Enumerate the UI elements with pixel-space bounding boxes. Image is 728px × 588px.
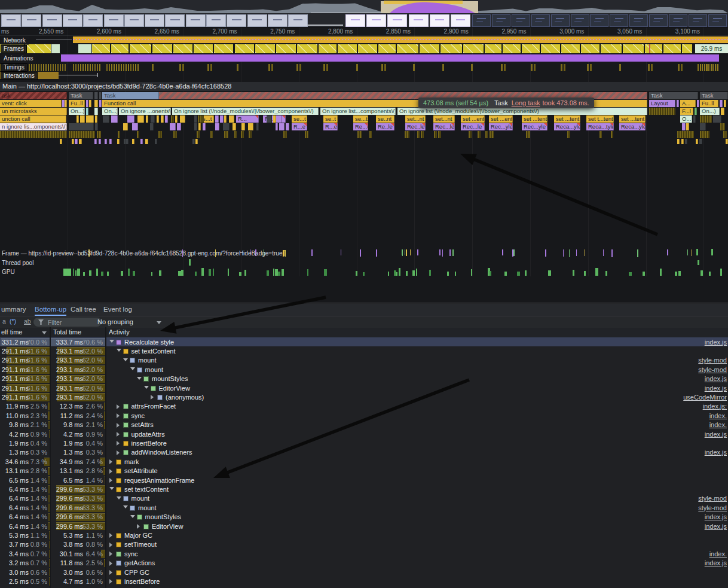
frame-strip-block[interactable] xyxy=(25,44,51,53)
flame-block[interactable] xyxy=(407,131,409,138)
table-row[interactable]: 1.3 ms0.3 %1.3 ms0.3 %addWindowListeners… xyxy=(0,448,728,457)
flame-block[interactable] xyxy=(94,92,98,99)
flame-block[interactable] xyxy=(724,100,726,107)
filmstrip-thumbnail[interactable] xyxy=(551,14,570,27)
flame-block[interactable] xyxy=(118,131,120,138)
chevron-right-icon[interactable] xyxy=(109,533,112,538)
source-link[interactable]: index.js xyxy=(705,559,727,566)
table-row[interactable]: 6.4 ms1.4 %299.6 ms63.3 %EditorViewindex… xyxy=(0,522,728,531)
flame-block-rec-yle[interactable]: Rec...yle xyxy=(522,123,547,130)
filter-input[interactable] xyxy=(47,318,87,327)
flame-block[interactable] xyxy=(700,131,709,138)
flame-block[interactable] xyxy=(111,115,118,123)
source-link[interactable]: index.js xyxy=(705,431,727,438)
flame-block[interactable] xyxy=(132,139,134,144)
flame-block[interactable] xyxy=(223,123,229,130)
flame-block[interactable] xyxy=(94,100,98,107)
flame-block[interactable] xyxy=(215,115,219,123)
flame-block[interactable] xyxy=(276,123,278,130)
chevron-right-icon[interactable] xyxy=(151,395,154,400)
gpu-label[interactable]: GPU xyxy=(2,269,15,275)
filmstrip-thumbnail[interactable] xyxy=(708,14,727,27)
chevron-down-icon[interactable] xyxy=(130,367,135,370)
filmstrip-thumbnail[interactable] xyxy=(63,14,82,27)
flame-block-task[interactable]: Task xyxy=(102,92,159,99)
flame-block[interactable] xyxy=(99,139,101,144)
flame-block[interactable] xyxy=(95,115,97,123)
flame-block[interactable] xyxy=(417,131,420,138)
flame-block-a-[interactable]: A... xyxy=(680,100,696,107)
flame-block-set-tent[interactable]: set ...tent xyxy=(619,115,646,123)
tooltip-long-task-link[interactable]: Long task xyxy=(512,99,540,106)
table-row[interactable]: 291.1 ms61.6 %293.1 ms62.0 %EditorViewin… xyxy=(0,383,728,392)
activity-name[interactable]: mount xyxy=(138,357,157,364)
flame-block[interactable] xyxy=(86,108,88,115)
table-row[interactable]: 34.6 ms7.3 %34.9 ms7.4 %mark xyxy=(0,457,728,466)
source-link[interactable]: style-mod xyxy=(698,504,727,511)
flame-block[interactable] xyxy=(165,115,167,123)
flame-block[interactable] xyxy=(127,115,134,123)
flame-block[interactable] xyxy=(721,108,724,115)
chevron-right-icon[interactable] xyxy=(109,469,112,474)
flame-block[interactable] xyxy=(170,123,176,130)
track-label-network[interactable]: Network xyxy=(1,36,29,45)
table-row[interactable]: 3.7 ms0.8 %3.8 ms0.8 %setTimeout xyxy=(0,540,728,549)
flame-block[interactable] xyxy=(248,123,253,130)
flame-block[interactable] xyxy=(649,108,675,115)
chevron-right-icon[interactable] xyxy=(117,404,120,409)
activity-name[interactable]: mountStyles xyxy=(145,513,182,520)
activity-name[interactable]: Recalculate style xyxy=(124,339,174,346)
activity-name[interactable]: addWindowListeners xyxy=(131,449,192,456)
flame-block-se-nt[interactable]: se..nt xyxy=(376,115,394,123)
frame-strip-block[interactable] xyxy=(503,44,521,53)
flame-block[interactable] xyxy=(79,139,82,144)
flame-block[interactable] xyxy=(60,139,62,144)
chevron-right-icon[interactable] xyxy=(117,432,120,437)
filmstrip-thumbnail[interactable] xyxy=(387,14,407,27)
filmstrip-thumbnail[interactable] xyxy=(206,14,226,27)
flame-block-se-t[interactable]: se..t xyxy=(323,115,338,123)
activity-name[interactable]: attrsFromFacet xyxy=(131,403,176,410)
flame-block[interactable] xyxy=(69,131,95,138)
flame-block[interactable] xyxy=(158,131,161,138)
flame-block[interactable] xyxy=(685,139,687,144)
flame-block-reca-yle[interactable]: Reca...yle xyxy=(619,123,646,130)
frame-strip-block[interactable] xyxy=(319,44,337,53)
flame-block-rec-le[interactable]: Rec..le xyxy=(405,123,426,130)
table-row[interactable]: 291.1 ms61.6 %293.1 ms62.0 %mountstyle-m… xyxy=(0,365,728,374)
table-row[interactable]: 6.4 ms1.4 %299.6 ms63.3 %set textContent xyxy=(0,485,728,493)
flame-block[interactable] xyxy=(203,123,206,130)
flame-block-unction-call[interactable]: unction call xyxy=(0,115,66,123)
chevron-right-icon[interactable] xyxy=(117,423,120,428)
chevron-down-icon[interactable] xyxy=(109,340,114,343)
flame-block[interactable] xyxy=(65,100,67,107)
flame-block[interactable] xyxy=(490,131,494,138)
flame-block[interactable] xyxy=(157,115,159,123)
filmstrip-thumbnail[interactable] xyxy=(409,14,429,27)
flame-block[interactable] xyxy=(279,123,285,130)
flame-block[interactable] xyxy=(69,123,94,130)
flame-block[interactable] xyxy=(700,115,712,123)
chevron-right-icon[interactable] xyxy=(117,441,120,446)
flame-block[interactable] xyxy=(723,131,727,138)
activity-name[interactable]: sync xyxy=(124,550,138,557)
table-row[interactable]: 11.0 ms2.3 %11.2 ms2.4 %syncindex. xyxy=(0,411,728,420)
table-row[interactable]: 13.1 ms2.8 %13.1 ms2.8 %setAttribute xyxy=(0,467,728,476)
activity-name[interactable]: updateAttrs xyxy=(131,431,165,438)
flame-block[interactable] xyxy=(137,131,139,138)
source-link[interactable]: style-mod xyxy=(698,357,727,364)
flame-block-set-tent[interactable]: set ...tent xyxy=(522,115,547,123)
activity-name[interactable]: sync xyxy=(131,412,145,419)
column-separator[interactable] xyxy=(50,327,51,588)
flame-block[interactable] xyxy=(681,139,684,144)
flame-block[interactable] xyxy=(693,115,696,123)
frame-strip-block[interactable] xyxy=(152,44,173,53)
flame-block[interactable] xyxy=(224,131,228,138)
flame-block[interactable] xyxy=(215,123,219,130)
flame-block[interactable] xyxy=(99,92,102,99)
flame-block[interactable] xyxy=(0,131,67,138)
filmstrip-thumbnail[interactable] xyxy=(472,14,491,27)
flame-block-r-e[interactable]: R...e xyxy=(292,123,307,130)
table-row[interactable]: 6.4 ms1.4 %299.6 ms63.3 %mountStylesinde… xyxy=(0,513,728,522)
frame-strip-block[interactable] xyxy=(522,44,540,53)
